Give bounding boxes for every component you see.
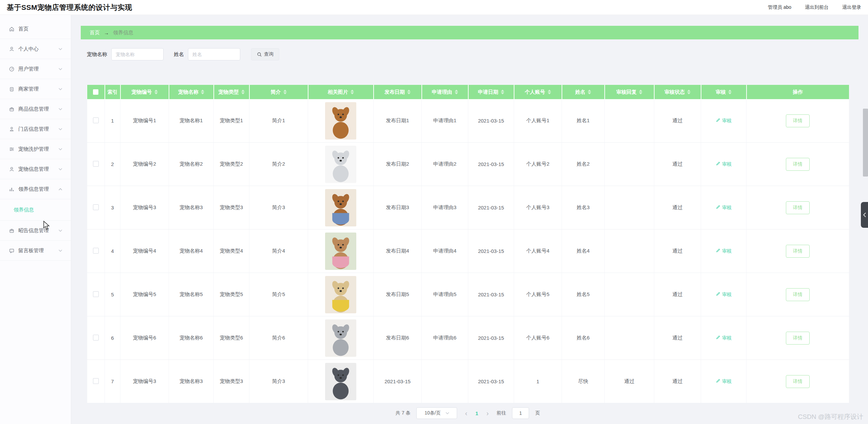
row-checkbox[interactable] <box>93 161 99 167</box>
row-checkbox[interactable] <box>93 248 99 254</box>
sort-carets-icon[interactable] <box>351 90 354 94</box>
row-checkbox[interactable] <box>93 335 99 340</box>
column-header-label: 审核 <box>716 89 726 95</box>
pet-photo[interactable] <box>325 146 356 183</box>
column-header-name[interactable]: 宠物名称 <box>169 85 214 99</box>
cell-text: 发布日期1 <box>386 117 409 123</box>
detail-button[interactable]: 详情 <box>786 158 810 171</box>
app-title: 基于SSM宠物店管理系统的设计与实现 <box>7 3 132 12</box>
column-header-person[interactable]: 姓名 <box>562 85 605 99</box>
pet-name-input[interactable] <box>111 48 164 60</box>
pet-photo[interactable] <box>325 319 356 357</box>
sidebar-item-messages[interactable]: 留言板管理 <box>0 241 71 261</box>
select-all-checkbox[interactable] <box>93 89 98 95</box>
pet-name-label: 宠物名称 <box>87 51 107 58</box>
sort-carets-icon[interactable] <box>728 90 732 94</box>
sort-carets-icon[interactable] <box>407 90 411 94</box>
cell-image <box>308 360 374 403</box>
sidebar-item-adoption[interactable]: 领养信息管理 <box>0 179 71 199</box>
cell-status: 通过 <box>654 360 701 403</box>
row-checkbox[interactable] <box>93 291 99 297</box>
sidebar-item-home[interactable]: 首页 <box>0 19 71 39</box>
audit-link[interactable]: 审核 <box>716 205 732 211</box>
column-header-code[interactable]: 宠物编号 <box>120 85 169 99</box>
pet-photo[interactable] <box>325 233 356 270</box>
audit-link[interactable]: 审核 <box>716 118 732 124</box>
column-header-apply_date[interactable]: 申请日期 <box>468 85 514 99</box>
sort-carets-icon[interactable] <box>548 90 551 94</box>
sort-carets-icon[interactable] <box>283 90 287 94</box>
sort-carets-icon[interactable] <box>154 90 158 94</box>
column-header-type[interactable]: 宠物类型 <box>214 85 249 99</box>
sidebar-item-notice[interactable]: 昭告信息管理 <box>0 221 71 241</box>
next-page-button[interactable]: › <box>486 410 489 417</box>
breadcrumb: 首页 → 领养信息 <box>81 26 858 39</box>
sort-carets-icon[interactable] <box>241 90 245 94</box>
cell-type: 宠物类型4 <box>214 229 249 273</box>
sidebar-item-profile[interactable]: 个人中心 <box>0 39 71 59</box>
sidebar-item-merchants[interactable]: 商家管理 <box>0 79 71 99</box>
audit-link[interactable]: 审核 <box>716 161 732 167</box>
sidebar-item-stores[interactable]: 门店信息管理 <box>0 119 71 139</box>
audit-link[interactable]: 审核 <box>716 292 732 298</box>
sort-carets-icon[interactable] <box>455 90 458 94</box>
sort-carets-icon[interactable] <box>588 90 591 94</box>
sidebar-subitem-adoption-info[interactable]: 领养信息 <box>0 199 71 221</box>
sidebar-item-pets[interactable]: 宠物信息管理 <box>0 159 71 179</box>
cell-audit: 审核 <box>701 273 747 316</box>
column-header-status[interactable]: 审核状态 <box>654 85 701 99</box>
audit-link-label: 审核 <box>722 379 732 385</box>
scrollbar[interactable] <box>863 109 868 177</box>
detail-button[interactable]: 详情 <box>786 114 810 127</box>
cell-publish: 2021-03-15 <box>374 360 422 403</box>
page-suffix: 页 <box>535 410 540 416</box>
column-header-label: 宠物名称 <box>178 89 199 95</box>
chevron-down-icon <box>58 48 62 51</box>
audit-link[interactable]: 审核 <box>716 335 732 341</box>
prev-page-button[interactable]: ‹ <box>465 410 467 417</box>
column-header-publish[interactable]: 发布日期 <box>374 85 422 99</box>
detail-button[interactable]: 详情 <box>786 201 810 214</box>
column-header-reason[interactable]: 申请理由 <box>422 85 468 99</box>
page-number-1[interactable]: 1 <box>475 410 478 416</box>
sort-carets-icon[interactable] <box>687 90 691 94</box>
pet-photo[interactable] <box>325 276 356 313</box>
sidebar-item-grooming[interactable]: 宠物洗护管理 <box>0 139 71 159</box>
column-header-checkbox <box>87 85 105 99</box>
detail-button[interactable]: 详情 <box>786 288 810 301</box>
breadcrumb-home[interactable]: 首页 <box>90 30 100 36</box>
exit-to-front-link[interactable]: 退出到前台 <box>805 4 829 11</box>
sidebar-item-users[interactable]: 用户管理 <box>0 59 71 79</box>
column-header-account[interactable]: 个人账号 <box>514 85 562 99</box>
column-header-intro[interactable]: 简介 <box>249 85 308 99</box>
row-checkbox[interactable] <box>93 378 99 384</box>
cell-type: 宠物类型1 <box>214 99 249 143</box>
detail-button[interactable]: 详情 <box>786 375 810 388</box>
column-header-reply[interactable]: 审核回复 <box>605 85 654 99</box>
column-header-image[interactable]: 相关图片 <box>308 85 374 99</box>
column-header-audit[interactable]: 审核 <box>701 85 747 99</box>
sidebar-item-products[interactable]: 商品信息管理 <box>0 99 71 119</box>
detail-button[interactable]: 详情 <box>786 245 810 258</box>
cell-index: 7 <box>105 360 120 403</box>
query-button[interactable]: 查询 <box>251 48 279 60</box>
pet-photo[interactable] <box>325 363 356 400</box>
logout-link[interactable]: 退出登录 <box>842 4 861 11</box>
detail-button[interactable]: 详情 <box>786 332 810 345</box>
person-name-input[interactable] <box>188 48 240 60</box>
row-checkbox[interactable] <box>93 117 99 123</box>
sort-carets-icon[interactable] <box>639 90 642 94</box>
cell-reply <box>605 316 654 360</box>
sort-carets-icon[interactable] <box>201 90 204 94</box>
expand-panel-tab[interactable] <box>861 202 868 228</box>
pet-photo[interactable] <box>325 189 356 226</box>
pet-photo[interactable] <box>325 102 356 140</box>
audit-link[interactable]: 审核 <box>716 379 732 385</box>
page-size-select[interactable]: 10条/页 <box>416 407 457 419</box>
cell-name: 宠物名称2 <box>169 143 214 186</box>
row-checkbox[interactable] <box>93 204 99 210</box>
goto-page-input[interactable] <box>512 407 529 419</box>
sort-carets-icon[interactable] <box>501 90 504 94</box>
cell-account: 个人账号3 <box>514 186 562 229</box>
audit-link[interactable]: 审核 <box>716 248 732 254</box>
